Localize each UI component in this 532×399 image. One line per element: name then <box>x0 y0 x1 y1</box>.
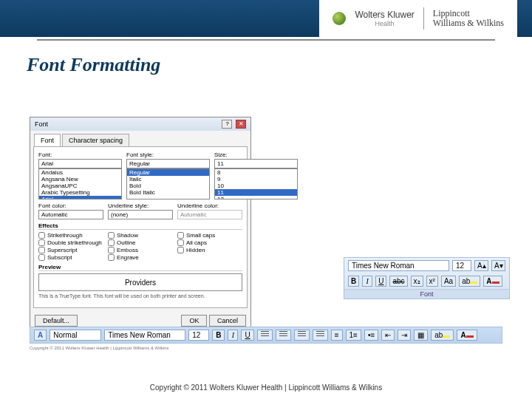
highlight-icon: ab <box>462 277 470 285</box>
size-listbox[interactable]: 8 9 10 11 12 <box>214 168 298 200</box>
brand-area: Wolters Kluwer Health LippincottWilliams… <box>319 0 517 37</box>
effects-label: Effects <box>38 222 242 230</box>
line-spacing-icon[interactable]: ≡ <box>331 330 343 341</box>
tb-bold[interactable]: B <box>212 330 225 341</box>
fx-dblstrike[interactable]: Double strikethrough <box>38 239 103 246</box>
increase-indent-icon[interactable]: ⇥ <box>398 330 411 341</box>
fx-hidden[interactable]: Hidden <box>177 247 242 253</box>
ul-color-select[interactable]: Automatic <box>177 210 242 219</box>
fx-smallcaps[interactable]: Small caps <box>177 232 242 239</box>
underline-button[interactable]: U <box>375 276 386 287</box>
header-bar: Wolters Kluwer Health LippincottWilliams… <box>0 0 532 37</box>
ul-color-label: Underline color: <box>177 202 242 209</box>
font-input[interactable] <box>38 159 122 168</box>
brand-lww: LippincottWilliams & Wilkins <box>433 9 504 28</box>
ul-style-label: Underline style: <box>108 202 173 209</box>
ribbon-font-name[interactable] <box>348 260 449 271</box>
shrink-font-icon[interactable]: A▾ <box>491 260 505 271</box>
font-color-label: Font color: <box>38 202 103 209</box>
tb-italic[interactable]: I <box>228 330 238 341</box>
logo-icon <box>332 12 346 25</box>
preview-label: Preview <box>38 264 242 271</box>
tab-char-spacing[interactable]: Character spacing <box>62 134 129 146</box>
ul-style-select[interactable]: (none) <box>108 210 173 219</box>
default-button[interactable]: Default... <box>35 315 78 327</box>
styles-icon[interactable]: A <box>34 330 47 341</box>
decrease-indent-icon[interactable]: ⇤ <box>381 330 395 341</box>
fx-superscript[interactable]: Superscript <box>38 247 103 253</box>
footer-copyright: Copyright © 2011 Wolters Kluwer Health |… <box>0 383 532 392</box>
font-listbox[interactable]: Andalus Angsana New AngsanaUPC Arabic Ty… <box>38 168 122 200</box>
style-listbox[interactable]: Regular Italic Bold Bold Italic <box>126 168 210 200</box>
preview-note: This is a TrueType font. This font will … <box>38 293 242 299</box>
slide-title: Font Formatting <box>27 54 532 76</box>
tb-highlight-icon[interactable]: ab <box>431 330 454 341</box>
dialog-titlebar[interactable]: Font ? ✕ <box>30 117 250 131</box>
brand-separator <box>423 7 424 30</box>
grow-font-icon[interactable]: A▴ <box>474 260 488 271</box>
tb-underline[interactable]: U <box>241 330 253 341</box>
borders-icon[interactable]: ▦ <box>414 330 428 341</box>
ribbon-font-size[interactable] <box>452 260 471 271</box>
fx-allcaps[interactable]: All caps <box>177 239 242 246</box>
change-case-button[interactable]: Aa <box>441 276 456 287</box>
fx-shadow[interactable]: Shadow <box>108 232 173 239</box>
align-left-icon[interactable] <box>257 330 273 341</box>
font-label: Font: <box>38 151 122 158</box>
header-rule <box>37 39 495 41</box>
align-right-icon[interactable] <box>294 330 310 341</box>
close-icon[interactable]: ✕ <box>236 120 246 129</box>
slide-source-note: Copyright © 2011 Wolters Kluwer Health |… <box>30 346 169 350</box>
numbering-icon[interactable]: 1≡ <box>346 330 361 341</box>
preview-box: Providers <box>38 273 242 291</box>
size-input[interactable] <box>214 159 298 168</box>
font-color-select[interactable]: Automatic <box>38 210 103 219</box>
font-color-button[interactable]: A <box>483 276 502 287</box>
fx-outline[interactable]: Outline <box>108 239 173 246</box>
highlight-button[interactable]: ab <box>459 276 480 287</box>
fx-strikethrough[interactable]: Strikethrough <box>38 232 103 239</box>
formatting-toolbar: A B I U ≡ 1≡ •≡ ⇤ ⇥ ▦ ab A <box>30 327 502 344</box>
ribbon-font-group: A▴ A▾ B I U abc x₂ x² Aa ab A Font <box>344 257 510 299</box>
tab-font[interactable]: Font <box>34 134 61 146</box>
bullets-icon[interactable]: •≡ <box>364 330 378 341</box>
subscript-button[interactable]: x₂ <box>411 276 423 287</box>
dialog-title: Font <box>35 120 48 128</box>
font-dialog: Font ? ✕ Font Character spacing Font: An… <box>30 117 251 331</box>
ribbon-caption: Font <box>344 289 509 299</box>
style-input[interactable] <box>126 159 210 168</box>
help-icon[interactable]: ? <box>222 120 232 129</box>
tb-font-name[interactable] <box>104 330 185 341</box>
effects-grid: Strikethrough Shadow Small caps Double s… <box>38 232 242 261</box>
fx-emboss[interactable]: Emboss <box>108 247 173 253</box>
superscript-button[interactable]: x² <box>426 276 438 287</box>
style-label: Font style: <box>126 151 210 158</box>
tb-font-color-icon[interactable]: A <box>457 330 477 341</box>
tb-font-size[interactable] <box>188 330 209 341</box>
italic-button[interactable]: I <box>362 276 372 287</box>
align-justify-icon[interactable] <box>313 330 328 341</box>
style-select[interactable] <box>50 330 101 341</box>
strike-button[interactable]: abc <box>389 276 407 287</box>
brand-wk: Wolters Kluwer Health <box>355 10 414 27</box>
bold-button[interactable]: B <box>348 276 359 287</box>
align-center-icon[interactable] <box>276 330 291 341</box>
fx-engrave[interactable]: Engrave <box>108 254 173 261</box>
ok-button[interactable]: OK <box>181 315 207 327</box>
size-label: Size: <box>214 151 298 158</box>
fx-subscript[interactable]: Subscript <box>38 254 103 261</box>
cancel-button[interactable]: Cancel <box>209 315 246 327</box>
